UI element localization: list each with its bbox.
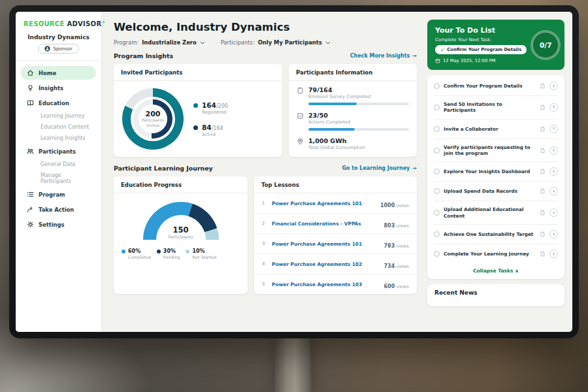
actions-completed-progressbar [308,128,409,131]
chevron-right-icon[interactable]: › [549,167,558,176]
document-icon [540,126,546,132]
sidebar-item-settings[interactable]: Settings [21,218,96,231]
sidebar-item-education[interactable]: Education [21,96,96,110]
caret-up-icon: ∧ [515,268,519,274]
lesson-rank: 4 [262,261,267,267]
task-label: Explore Your Insights Dashboard [444,169,536,174]
lesson-rank: 3 [262,241,267,246]
task-label: Invite a Collaborator [444,126,536,132]
task-row[interactable]: Invite a Collaborator › [434,120,558,139]
lesson-rank: 1 [262,201,267,206]
sidebar-item-program[interactable]: Program [21,188,96,201]
legend-label: Pending [163,255,180,260]
task-row[interactable]: Verify participants requesting to join t… [434,139,558,163]
legend-item-completed: 60%Completed [122,248,151,260]
donut-legend: 164/200 Registered 84/164 Active [193,101,228,137]
program-dropdown[interactable]: Program: Industrialize Zero [114,39,205,46]
task-checkbox[interactable] [434,83,440,89]
task-label: Achieve One Sustainability Target [444,231,536,237]
brand-part2: ADVISOR [65,20,102,27]
task-checkbox[interactable] [434,148,440,154]
task-row[interactable]: Achieve One Sustainability Target › [434,225,558,244]
sidebar-item-label: Participants [39,148,76,155]
legend-value: 84 [202,123,212,131]
todo-panel: Your To Do List Complete Your Next Task:… [426,12,572,332]
recent-news-card: Recent News [427,284,564,306]
sidebar-item-learning-journey[interactable]: Learning Journey [21,110,96,122]
chevron-right-icon[interactable]: › [549,208,558,217]
task-checkbox[interactable] [434,251,440,257]
legend-value: 164 [202,101,216,109]
task-checkbox[interactable] [434,105,440,110]
task-row[interactable]: Upload Additional Educational Content › [434,201,558,225]
lesson-link[interactable]: Power Purchase Agreements 101 [272,201,375,206]
chevron-right-icon[interactable]: › [549,230,558,238]
collapse-label: Collapse Tasks [473,268,514,274]
next-task-chip[interactable]: ✓ Confirm Your Program Details [435,45,527,54]
invited-donut-inner-ring: 200 Participants Invited [133,99,172,139]
participants-dropdown[interactable]: Participants: Only My Participants [221,39,331,46]
chevron-right-icon[interactable]: › [549,187,558,195]
todo-progress-text: 0/7 [540,41,551,49]
lesson-views-count: 734 [384,263,395,269]
gear-icon [27,221,34,228]
stat-value: 23/50 [308,112,350,119]
document-icon [540,188,546,194]
lesson-views-count: 600 [384,284,395,289]
org-name: Industry Dynamics [16,34,101,41]
task-row[interactable]: Send 50 Invitations to Participants › [434,96,558,120]
task-checkbox[interactable] [434,210,440,216]
invited-card-body: 200 Participants Invited [114,81,282,157]
sidebar-item-education-content[interactable]: Education Content [21,122,96,133]
task-checkbox[interactable] [434,126,440,132]
task-checkbox[interactable] [434,169,440,174]
chevron-right-icon[interactable]: › [549,250,558,258]
lesson-link[interactable]: Power Purchase Agreements 103 [272,282,379,287]
task-checkbox[interactable] [434,231,440,237]
go-to-learning-journey-link[interactable]: Go to Learning Journey → [342,165,417,171]
legend-total: /200 [216,103,228,109]
sidebar-item-label: Program [39,191,65,198]
sidebar-item-learning-insights[interactable]: Learning Insights [21,133,96,144]
sponsor-badge[interactable]: Sponsor [38,44,78,54]
sidebar-item-general-data[interactable]: General Data [21,159,96,170]
chevron-right-icon[interactable]: › [549,146,558,155]
check-more-insights-link[interactable]: Check More Insights → [350,53,417,59]
todo-summary-card: Your To Do List Complete Your Next Task:… [427,20,564,70]
link-label: Check More Insights [350,53,410,59]
sidebar-item-label: Take Action [39,206,74,213]
lesson-views-count: 793 [384,243,395,249]
participants-information-card: Participants Information 79/164 Emission… [289,64,417,157]
legend-dot [157,250,161,253]
section-title-learning-journey: Participant Learning Journey [114,165,213,172]
gauge-center-value: 150 [143,225,219,235]
lesson-link[interactable]: Financial Considerations - VPPAs [272,221,379,227]
task-checkbox[interactable] [434,188,440,194]
task-row[interactable]: Upload Spend Data Records › [434,182,558,201]
chevron-right-icon[interactable]: › [549,82,558,90]
task-row[interactable]: Complete Your Learning Journey › [434,244,558,263]
stat-actions-completed: 23/50 Actions Completed [289,106,417,125]
home-icon [27,69,34,76]
document-icon [540,105,546,110]
lesson-row: 1 Power Purchase Agreements 101 1000view… [254,193,417,214]
sidebar-item-insights[interactable]: Insights [21,81,96,95]
chevron-right-icon[interactable]: › [549,103,558,112]
sidebar-item-take-action[interactable]: Take Action [21,203,96,216]
program-insights-header: Program Insights Check More Insights → [114,52,417,59]
card-title: Top Lessons [254,176,417,193]
collapse-tasks-link[interactable]: Collapse Tasks ∧ [434,263,558,276]
top-lessons-card: Top Lessons 1 Power Purchase Agreements … [254,176,417,294]
lesson-link[interactable]: Power Purchase Agreements 102 [272,261,379,267]
task-row[interactable]: Confirm Your Program Details › [434,76,558,96]
task-row[interactable]: Explore Your Insights Dashboard › [434,162,558,182]
sidebar-item-participants[interactable]: Participants [21,144,96,158]
insights-cards-row: Invited Participants 200 Participants In… [114,64,417,157]
stat-value: 79/164 [308,86,370,93]
document-icon [540,210,546,216]
lesson-link[interactable]: Power Purchase Agreements 101 [272,241,379,247]
todo-subtitle: Complete Your Next Task: [435,37,527,42]
chevron-right-icon[interactable]: › [549,125,558,133]
sidebar-item-manage-participants[interactable]: Manage Participants [21,170,96,187]
sidebar-item-home[interactable]: Home [21,66,96,80]
